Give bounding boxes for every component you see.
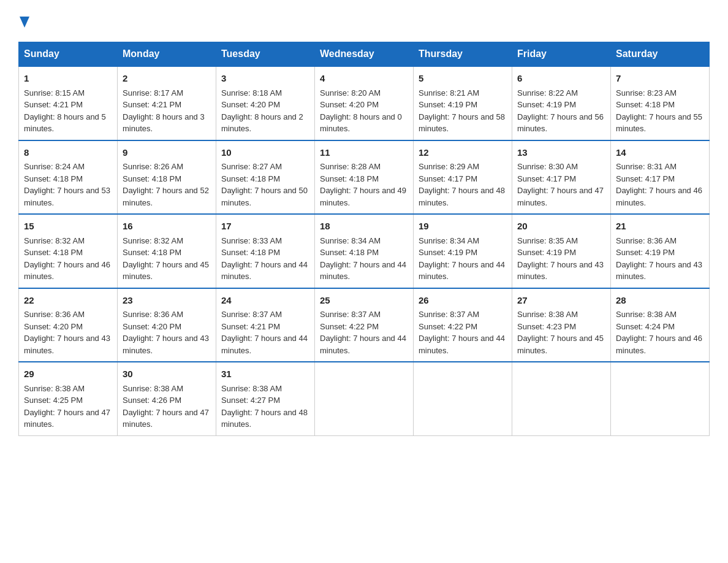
day-number: 7 (616, 72, 704, 86)
day-sunset: Sunset: 4:19 PM (616, 248, 675, 257)
day-daylight: Daylight: 7 hours and 43 minutes. (123, 334, 209, 355)
day-sunset: Sunset: 4:17 PM (616, 174, 675, 183)
weekday-header-wednesday: Wednesday (315, 42, 414, 67)
calendar-day: 26Sunrise: 8:37 AMSunset: 4:22 PMDayligh… (414, 288, 512, 362)
calendar-day: 4Sunrise: 8:20 AMSunset: 4:20 PMDaylight… (315, 66, 414, 140)
day-sunset: Sunset: 4:18 PM (221, 174, 280, 183)
day-sunset: Sunset: 4:19 PM (419, 248, 477, 257)
day-sunrise: Sunrise: 8:38 AM (616, 310, 677, 319)
svg-marker-0 (20, 17, 29, 28)
day-sunrise: Sunrise: 8:32 AM (24, 236, 85, 245)
day-sunrise: Sunrise: 8:33 AM (221, 236, 282, 245)
day-sunrise: Sunrise: 8:36 AM (616, 236, 677, 245)
day-number: 1 (24, 72, 112, 86)
day-daylight: Daylight: 7 hours and 44 minutes. (221, 334, 308, 355)
day-sunrise: Sunrise: 8:23 AM (616, 88, 677, 98)
day-sunrise: Sunrise: 8:22 AM (517, 88, 578, 98)
calendar-table: SundayMondayTuesdayWednesdayThursdayFrid… (18, 42, 710, 436)
day-daylight: Daylight: 7 hours and 50 minutes. (221, 186, 308, 207)
day-number: 28 (616, 294, 704, 308)
logo-line1 (18, 12, 29, 29)
day-sunrise: Sunrise: 8:37 AM (419, 310, 479, 319)
day-daylight: Daylight: 8 hours and 0 minutes. (320, 112, 402, 134)
calendar-day: 31Sunrise: 8:38 AMSunset: 4:27 PMDayligh… (216, 362, 315, 435)
day-sunrise: Sunrise: 8:27 AM (221, 162, 282, 171)
day-sunset: Sunset: 4:18 PM (123, 174, 181, 183)
day-daylight: Daylight: 7 hours and 44 minutes. (320, 260, 406, 282)
day-sunset: Sunset: 4:22 PM (320, 322, 379, 331)
calendar-day: 3Sunrise: 8:18 AMSunset: 4:20 PMDaylight… (216, 66, 315, 140)
day-daylight: Daylight: 7 hours and 47 minutes. (24, 408, 110, 429)
weekday-header-monday: Monday (118, 42, 216, 67)
day-number: 21 (616, 220, 704, 234)
day-daylight: Daylight: 7 hours and 45 minutes. (123, 260, 209, 282)
calendar-day: 14Sunrise: 8:31 AMSunset: 4:17 PMDayligh… (611, 140, 710, 215)
day-sunrise: Sunrise: 8:24 AM (24, 162, 85, 171)
calendar-week-row: 29Sunrise: 8:38 AMSunset: 4:25 PMDayligh… (19, 362, 710, 435)
day-number: 19 (419, 220, 507, 234)
logo (18, 12, 29, 29)
day-number: 6 (517, 72, 605, 86)
calendar-day: 24Sunrise: 8:37 AMSunset: 4:21 PMDayligh… (216, 288, 315, 362)
day-sunrise: Sunrise: 8:37 AM (221, 310, 282, 319)
calendar-day: 18Sunrise: 8:34 AMSunset: 4:18 PMDayligh… (315, 214, 414, 288)
day-sunrise: Sunrise: 8:30 AM (517, 162, 578, 171)
day-sunrise: Sunrise: 8:38 AM (517, 310, 578, 319)
weekday-header-saturday: Saturday (611, 42, 710, 67)
day-number: 11 (320, 146, 408, 160)
day-sunrise: Sunrise: 8:35 AM (517, 236, 578, 245)
day-sunset: Sunset: 4:18 PM (616, 100, 675, 109)
day-daylight: Daylight: 7 hours and 45 minutes. (517, 334, 604, 355)
weekday-header-sunday: Sunday (19, 42, 118, 67)
calendar-day (512, 362, 611, 435)
calendar-day: 15Sunrise: 8:32 AMSunset: 4:18 PMDayligh… (19, 214, 118, 288)
day-sunset: Sunset: 4:20 PM (221, 100, 280, 109)
calendar-day: 11Sunrise: 8:28 AMSunset: 4:18 PMDayligh… (315, 140, 414, 215)
day-number: 29 (24, 367, 112, 381)
day-sunrise: Sunrise: 8:32 AM (123, 236, 183, 245)
calendar-week-row: 15Sunrise: 8:32 AMSunset: 4:18 PMDayligh… (19, 214, 710, 288)
page-header (18, 12, 710, 29)
day-daylight: Daylight: 7 hours and 58 minutes. (419, 112, 505, 134)
calendar-day: 2Sunrise: 8:17 AMSunset: 4:21 PMDaylight… (118, 66, 216, 140)
day-sunrise: Sunrise: 8:34 AM (419, 236, 479, 245)
calendar-day: 1Sunrise: 8:15 AMSunset: 4:21 PMDaylight… (19, 66, 118, 140)
day-sunset: Sunset: 4:24 PM (616, 322, 675, 331)
day-daylight: Daylight: 7 hours and 56 minutes. (517, 112, 604, 134)
weekday-header-tuesday: Tuesday (216, 42, 315, 67)
calendar-day: 12Sunrise: 8:29 AMSunset: 4:17 PMDayligh… (414, 140, 512, 215)
day-daylight: Daylight: 7 hours and 46 minutes. (616, 334, 702, 355)
day-daylight: Daylight: 7 hours and 43 minutes. (24, 334, 110, 355)
day-number: 2 (123, 72, 211, 86)
calendar-day: 17Sunrise: 8:33 AMSunset: 4:18 PMDayligh… (216, 214, 315, 288)
day-sunrise: Sunrise: 8:29 AM (419, 162, 479, 171)
day-sunset: Sunset: 4:25 PM (24, 396, 83, 405)
day-sunrise: Sunrise: 8:26 AM (123, 162, 183, 171)
day-number: 16 (123, 220, 211, 234)
day-sunset: Sunset: 4:20 PM (24, 322, 83, 331)
weekday-header-thursday: Thursday (414, 42, 512, 67)
day-sunset: Sunset: 4:18 PM (24, 248, 83, 257)
calendar-day: 21Sunrise: 8:36 AMSunset: 4:19 PMDayligh… (611, 214, 710, 288)
calendar-day: 7Sunrise: 8:23 AMSunset: 4:18 PMDaylight… (611, 66, 710, 140)
calendar-day: 25Sunrise: 8:37 AMSunset: 4:22 PMDayligh… (315, 288, 414, 362)
calendar-day: 23Sunrise: 8:36 AMSunset: 4:20 PMDayligh… (118, 288, 216, 362)
day-sunrise: Sunrise: 8:38 AM (123, 384, 183, 393)
day-number: 31 (221, 367, 309, 381)
day-sunset: Sunset: 4:19 PM (517, 100, 576, 109)
day-daylight: Daylight: 7 hours and 53 minutes. (24, 186, 110, 207)
day-daylight: Daylight: 7 hours and 48 minutes. (221, 408, 308, 429)
day-number: 10 (221, 146, 309, 160)
day-daylight: Daylight: 7 hours and 55 minutes. (616, 112, 702, 134)
day-daylight: Daylight: 7 hours and 43 minutes. (616, 260, 702, 282)
day-number: 4 (320, 72, 408, 86)
calendar-day (611, 362, 710, 435)
day-number: 17 (221, 220, 309, 234)
weekday-header-row: SundayMondayTuesdayWednesdayThursdayFrid… (19, 42, 710, 67)
day-daylight: Daylight: 7 hours and 43 minutes. (517, 260, 604, 282)
day-sunset: Sunset: 4:26 PM (123, 396, 181, 405)
day-daylight: Daylight: 7 hours and 44 minutes. (419, 334, 505, 355)
calendar-day: 16Sunrise: 8:32 AMSunset: 4:18 PMDayligh… (118, 214, 216, 288)
calendar-day: 30Sunrise: 8:38 AMSunset: 4:26 PMDayligh… (118, 362, 216, 435)
day-sunset: Sunset: 4:21 PM (24, 100, 83, 109)
